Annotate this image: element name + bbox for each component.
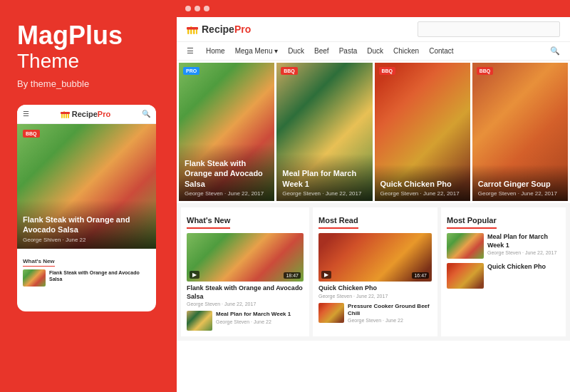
browser-dot-red <box>185 6 191 11</box>
whats-new-sub-info: Meal Plan for March Week 1 George Steven… <box>216 311 291 324</box>
mobile-logo-text: RecipePro <box>72 110 110 118</box>
browser-titlebar <box>177 0 570 17</box>
mobile-header: ☰ RecipePro 🔍 <box>17 105 156 124</box>
most-read-sub-info: Pressure Cooker Ground Beef Chili George… <box>348 303 432 324</box>
popular-title-2[interactable]: Quick Chicken Pho <box>487 263 546 272</box>
nav-search-icon[interactable]: 🔍 <box>550 46 560 56</box>
svg-rect-9 <box>187 27 198 30</box>
whats-new-main-image: ▶ 18:47 <box>187 233 304 282</box>
nav-beef[interactable]: Beef <box>309 45 334 57</box>
most-read-title: Most Read <box>318 216 358 229</box>
whats-new-section: What's New ▶ 18:47 Flank Steak with Oran… <box>181 207 309 336</box>
most-read-sub-meta: George Steven · June 22 <box>348 318 432 323</box>
caption-author: George Shiven · June 22 <box>23 237 150 243</box>
popular-item-1: Meal Plan for March Week 1 George Steven… <box>447 233 560 259</box>
popular-title-1[interactable]: Meal Plan for March Week 1 <box>487 233 560 249</box>
hero-title-1: Flank Steak with Orange and Avocado Sals… <box>185 158 269 189</box>
popular-thumb-1 <box>447 233 484 259</box>
popular-info-1: Meal Plan for March Week 1 George Steven… <box>487 233 560 255</box>
nav-chicken[interactable]: Chicken <box>388 45 424 57</box>
site-fries-icon <box>187 24 198 35</box>
pro-badge: PRO <box>183 67 200 75</box>
hero-title-2: Meal Plan for March Week 1 <box>282 168 366 189</box>
hero-author-3: George Steven · June 22, 2017 <box>380 190 465 197</box>
browser-content: RecipePro ☰ Home Mega Menu ▾ Duck Beef P… <box>177 17 570 392</box>
nav-home[interactable]: Home <box>201 45 230 57</box>
most-popular-section: Most Popular Meal Plan for March Week 1 … <box>441 207 566 336</box>
most-read-main-title[interactable]: Quick Chicken Pho <box>318 284 432 293</box>
hero-title-3: Quick Chicken Pho <box>380 179 465 189</box>
svg-rect-4 <box>61 112 70 114</box>
most-read-sub-item: Pressure Cooker Ground Beef Chili George… <box>318 303 432 324</box>
hamburger-icon[interactable]: ☰ <box>23 110 29 118</box>
most-read-main-image: ▶ 16:47 <box>318 233 432 282</box>
hero-author-2: George Steven · June 22, 2017 <box>282 190 366 197</box>
hero-title-4: Carrot Ginger Soup <box>478 179 562 189</box>
time-badge-1: 18:47 <box>284 272 301 279</box>
bbq-badge-4: BBQ <box>477 67 494 75</box>
fries-icon <box>61 109 70 119</box>
whats-new-sub-thumb <box>187 311 212 331</box>
most-read-sub-thumb <box>318 303 344 323</box>
hero-author-4: George Steven · June 22, 2017 <box>478 190 562 197</box>
mobile-image: BBQ Flank Steak with Orange and Avocado … <box>17 124 156 249</box>
browser-dot-green <box>204 6 209 11</box>
bottom-sections: What's New ▶ 18:47 Flank Steak with Oran… <box>177 203 570 341</box>
svg-rect-3 <box>68 113 69 118</box>
hero-item-2[interactable]: BBQ Meal Plan for March Week 1 George St… <box>276 63 372 201</box>
popular-info-2: Quick Chicken Pho <box>487 263 546 272</box>
whats-new-sub-title[interactable]: Meal Plan for March Week 1 <box>216 311 291 318</box>
mobile-article-title: Flank Steak with Orange and Avocado Sals… <box>49 269 150 282</box>
most-read-main-meta: George Steven · June 22, 2017 <box>318 294 432 299</box>
nav-duck[interactable]: Duck <box>283 45 309 57</box>
bbq-badge: BBQ <box>23 130 40 138</box>
nav-hamburger[interactable]: ☰ <box>187 46 194 56</box>
bbq-badge-3: BBQ <box>379 67 396 75</box>
bbq-badge-2: BBQ <box>281 67 298 75</box>
search-input[interactable] <box>418 21 560 37</box>
site-logo-text: RecipePro <box>202 24 251 35</box>
most-read-section: Most Read ▶ 16:47 Quick Chicken Pho Geor… <box>313 207 437 336</box>
popular-thumb-2 <box>447 263 484 289</box>
browser-dot-yellow <box>195 6 200 11</box>
hero-item-1[interactable]: PRO Flank Steak with Orange and Avocado … <box>179 63 274 201</box>
hero-overlay-3: Quick Chicken Pho George Steven · June 2… <box>375 165 470 201</box>
whats-new-sub-meta: George Steven · June 22 <box>216 319 291 324</box>
hero-overlay-4: Carrot Ginger Soup George Steven · June … <box>472 165 568 201</box>
nav-duck2[interactable]: Duck <box>362 45 388 57</box>
most-read-sub-title[interactable]: Pressure Cooker Ground Beef Chili <box>348 303 432 318</box>
mobile-caption: Flank Steak with Orange and Avocado Sals… <box>17 200 156 249</box>
whats-new-title: What's New <box>187 216 230 229</box>
hero-author-1: George Steven · June 22, 2017 <box>185 190 269 197</box>
most-popular-title: Most Popular <box>447 216 497 229</box>
mobile-bottom: What's New Flank Steak with Orange and A… <box>17 249 156 291</box>
mobile-logo: RecipePro <box>61 109 110 119</box>
video-icon: ▶ <box>190 271 200 279</box>
right-panel: RecipePro ☰ Home Mega Menu ▾ Duck Beef P… <box>177 0 570 392</box>
whats-new-sub-item: Meal Plan for March Week 1 George Steven… <box>187 311 304 331</box>
nav-mega-menu[interactable]: Mega Menu ▾ <box>230 45 284 57</box>
site-nav: ☰ Home Mega Menu ▾ Duck Beef Pasta Duck … <box>177 42 570 61</box>
popular-item-2: Quick Chicken Pho <box>447 263 560 289</box>
mobile-mockup: ☰ RecipePro 🔍 BBQ Flank Steak with Orang… <box>17 105 156 311</box>
search-icon[interactable]: 🔍 <box>142 110 150 118</box>
whats-new-main-title[interactable]: Flank Steak with Orange and Avocado Sals… <box>187 284 304 301</box>
brand-title: MagPlus Theme By theme_bubble <box>17 21 160 89</box>
site-logo: RecipePro <box>187 24 251 35</box>
hero-item-4[interactable]: BBQ Carrot Ginger Soup George Steven · J… <box>472 63 568 201</box>
hero-overlay-2: Meal Plan for March Week 1 George Steven… <box>276 154 372 201</box>
video-icon-2: ▶ <box>321 271 331 279</box>
left-panel: MagPlus Theme By theme_bubble ☰ RecipePr… <box>0 0 177 392</box>
nav-contact[interactable]: Contact <box>424 45 458 57</box>
popular-meta-1: George Steven · June 22, 2017 <box>487 250 560 255</box>
caption-title: Flank Steak with Orange and Avocado Sals… <box>23 215 150 235</box>
hero-overlay-1: Flank Steak with Orange and Avocado Sals… <box>179 144 274 201</box>
time-badge-2: 16:47 <box>412 272 429 279</box>
hero-item-3[interactable]: BBQ Quick Chicken Pho George Steven · Ju… <box>375 63 470 201</box>
nav-pasta[interactable]: Pasta <box>334 45 363 57</box>
site-header: RecipePro <box>177 17 570 42</box>
hero-grid: PRO Flank Steak with Orange and Avocado … <box>177 61 570 203</box>
whats-new-main-meta: George Steven · June 22, 2017 <box>187 301 304 306</box>
